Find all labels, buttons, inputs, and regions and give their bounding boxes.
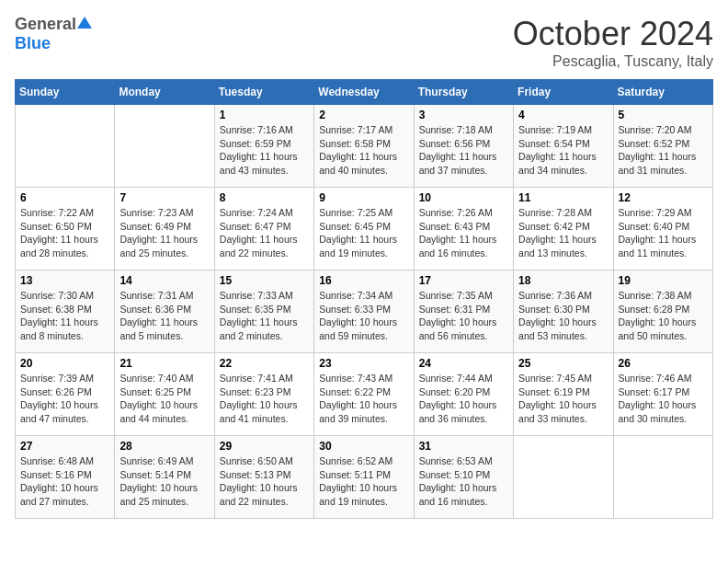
calendar-cell: 19Sunrise: 7:38 AMSunset: 6:28 PMDayligh…	[613, 270, 712, 353]
calendar-cell: 1Sunrise: 7:16 AMSunset: 6:59 PMDaylight…	[214, 105, 313, 188]
day-number: 30	[319, 440, 408, 453]
week-row-4: 20Sunrise: 7:39 AMSunset: 6:26 PMDayligh…	[16, 353, 713, 436]
calendar-cell: 25Sunrise: 7:45 AMSunset: 6:19 PMDayligh…	[514, 353, 613, 436]
day-number: 13	[20, 274, 109, 287]
day-info: Sunrise: 7:18 AMSunset: 6:56 PMDaylight:…	[419, 123, 508, 178]
calendar-cell: 13Sunrise: 7:30 AMSunset: 6:38 PMDayligh…	[16, 270, 115, 353]
calendar-cell	[16, 105, 115, 188]
day-number: 11	[518, 191, 608, 204]
day-number: 31	[419, 440, 508, 453]
calendar-cell: 7Sunrise: 7:23 AMSunset: 6:49 PMDaylight…	[115, 188, 214, 270]
day-info: Sunrise: 7:19 AMSunset: 6:54 PMDaylight:…	[518, 123, 608, 178]
day-info: Sunrise: 7:31 AMSunset: 6:36 PMDaylight:…	[119, 289, 209, 343]
calendar-cell	[514, 436, 613, 519]
day-info: Sunrise: 6:52 AMSunset: 5:11 PMDaylight:…	[319, 454, 408, 509]
day-info: Sunrise: 7:16 AMSunset: 6:59 PMDaylight:…	[220, 123, 309, 178]
calendar-cell	[613, 436, 712, 519]
logo-blue: Blue	[15, 34, 51, 52]
day-info: Sunrise: 7:40 AMSunset: 6:25 PMDaylight:…	[119, 372, 209, 426]
day-info: Sunrise: 7:46 AMSunset: 6:17 PMDaylight:…	[619, 372, 708, 426]
day-info: Sunrise: 7:39 AMSunset: 6:26 PMDaylight:…	[20, 372, 109, 426]
day-number: 1	[220, 109, 309, 121]
logo: General Blue	[15, 15, 92, 53]
day-info: Sunrise: 7:23 AMSunset: 6:49 PMDaylight:…	[119, 206, 209, 260]
day-number: 22	[220, 357, 309, 370]
calendar-cell: 26Sunrise: 7:46 AMSunset: 6:17 PMDayligh…	[613, 353, 712, 436]
day-info: Sunrise: 7:38 AMSunset: 6:28 PMDaylight:…	[619, 289, 708, 343]
day-number: 25	[518, 357, 608, 370]
logo-triangle-icon	[77, 17, 92, 29]
calendar-cell: 11Sunrise: 7:28 AMSunset: 6:42 PMDayligh…	[514, 188, 613, 270]
page-header: General Blue October 2024 Pescaglia, Tus…	[15, 15, 713, 70]
calendar-cell: 23Sunrise: 7:43 AMSunset: 6:22 PMDayligh…	[314, 353, 414, 436]
weekday-header-tuesday: Tuesday	[214, 80, 313, 105]
day-number: 27	[20, 440, 109, 453]
day-number: 4	[518, 109, 608, 121]
day-number: 29	[220, 440, 309, 453]
day-number: 8	[220, 191, 309, 204]
calendar-cell: 28Sunrise: 6:49 AMSunset: 5:14 PMDayligh…	[115, 436, 214, 519]
week-row-2: 6Sunrise: 7:22 AMSunset: 6:50 PMDaylight…	[16, 188, 713, 270]
weekday-header-row: SundayMondayTuesdayWednesdayThursdayFrid…	[16, 80, 713, 105]
weekday-header-saturday: Saturday	[613, 80, 712, 105]
calendar-cell: 27Sunrise: 6:48 AMSunset: 5:16 PMDayligh…	[16, 436, 115, 519]
title-block: October 2024 Pescaglia, Tuscany, Italy	[513, 15, 713, 70]
day-number: 19	[619, 274, 708, 287]
day-info: Sunrise: 7:45 AMSunset: 6:19 PMDaylight:…	[518, 372, 608, 426]
day-number: 20	[20, 357, 109, 370]
calendar-cell: 15Sunrise: 7:33 AMSunset: 6:35 PMDayligh…	[214, 270, 313, 353]
day-info: Sunrise: 7:26 AMSunset: 6:43 PMDaylight:…	[419, 206, 508, 260]
day-info: Sunrise: 7:29 AMSunset: 6:40 PMDaylight:…	[619, 206, 708, 260]
calendar-cell: 18Sunrise: 7:36 AMSunset: 6:30 PMDayligh…	[514, 270, 613, 353]
day-info: Sunrise: 7:44 AMSunset: 6:20 PMDaylight:…	[419, 372, 508, 426]
calendar-cell: 29Sunrise: 6:50 AMSunset: 5:13 PMDayligh…	[214, 436, 313, 519]
month-title: October 2024	[513, 15, 713, 53]
day-info: Sunrise: 7:36 AMSunset: 6:30 PMDaylight:…	[518, 289, 608, 343]
calendar-cell: 5Sunrise: 7:20 AMSunset: 6:52 PMDaylight…	[613, 105, 712, 188]
day-number: 15	[220, 274, 309, 287]
day-number: 21	[119, 357, 209, 370]
weekday-header-wednesday: Wednesday	[314, 80, 414, 105]
calendar-cell: 24Sunrise: 7:44 AMSunset: 6:20 PMDayligh…	[414, 353, 513, 436]
day-number: 16	[319, 274, 408, 287]
weekday-header-thursday: Thursday	[414, 80, 513, 105]
day-number: 18	[518, 274, 608, 287]
day-info: Sunrise: 7:28 AMSunset: 6:42 PMDaylight:…	[518, 206, 608, 260]
day-number: 3	[419, 109, 508, 121]
location: Pescaglia, Tuscany, Italy	[513, 53, 713, 70]
day-number: 23	[319, 357, 408, 370]
day-info: Sunrise: 6:53 AMSunset: 5:10 PMDaylight:…	[419, 454, 508, 509]
calendar-cell: 10Sunrise: 7:26 AMSunset: 6:43 PMDayligh…	[414, 188, 513, 270]
calendar-cell: 17Sunrise: 7:35 AMSunset: 6:31 PMDayligh…	[414, 270, 513, 353]
day-number: 2	[319, 109, 408, 121]
day-info: Sunrise: 7:34 AMSunset: 6:33 PMDaylight:…	[319, 289, 408, 343]
day-number: 14	[119, 274, 209, 287]
day-info: Sunrise: 7:20 AMSunset: 6:52 PMDaylight:…	[619, 123, 708, 178]
day-info: Sunrise: 6:49 AMSunset: 5:14 PMDaylight:…	[119, 454, 209, 509]
calendar-cell: 22Sunrise: 7:41 AMSunset: 6:23 PMDayligh…	[214, 353, 313, 436]
calendar-cell: 9Sunrise: 7:25 AMSunset: 6:45 PMDaylight…	[314, 188, 414, 270]
day-info: Sunrise: 6:50 AMSunset: 5:13 PMDaylight:…	[220, 454, 309, 509]
day-number: 9	[319, 191, 408, 204]
day-number: 6	[20, 191, 109, 204]
week-row-3: 13Sunrise: 7:30 AMSunset: 6:38 PMDayligh…	[16, 270, 713, 353]
day-number: 17	[419, 274, 508, 287]
calendar-cell: 8Sunrise: 7:24 AMSunset: 6:47 PMDaylight…	[214, 188, 313, 270]
calendar-cell: 16Sunrise: 7:34 AMSunset: 6:33 PMDayligh…	[314, 270, 414, 353]
day-info: Sunrise: 7:22 AMSunset: 6:50 PMDaylight:…	[20, 206, 109, 260]
day-number: 5	[619, 109, 708, 121]
day-info: Sunrise: 7:30 AMSunset: 6:38 PMDaylight:…	[20, 289, 109, 343]
weekday-header-sunday: Sunday	[16, 80, 115, 105]
calendar-cell: 2Sunrise: 7:17 AMSunset: 6:58 PMDaylight…	[314, 105, 414, 188]
week-row-5: 27Sunrise: 6:48 AMSunset: 5:16 PMDayligh…	[16, 436, 713, 519]
calendar-cell	[115, 105, 214, 188]
logo-general: General	[15, 15, 76, 34]
calendar-cell: 14Sunrise: 7:31 AMSunset: 6:36 PMDayligh…	[115, 270, 214, 353]
calendar-cell: 12Sunrise: 7:29 AMSunset: 6:40 PMDayligh…	[613, 188, 712, 270]
day-info: Sunrise: 7:41 AMSunset: 6:23 PMDaylight:…	[220, 372, 309, 426]
day-info: Sunrise: 7:24 AMSunset: 6:47 PMDaylight:…	[220, 206, 309, 260]
calendar-cell: 31Sunrise: 6:53 AMSunset: 5:10 PMDayligh…	[414, 436, 513, 519]
day-number: 10	[419, 191, 508, 204]
calendar-cell: 20Sunrise: 7:39 AMSunset: 6:26 PMDayligh…	[16, 353, 115, 436]
day-info: Sunrise: 7:17 AMSunset: 6:58 PMDaylight:…	[319, 123, 408, 178]
